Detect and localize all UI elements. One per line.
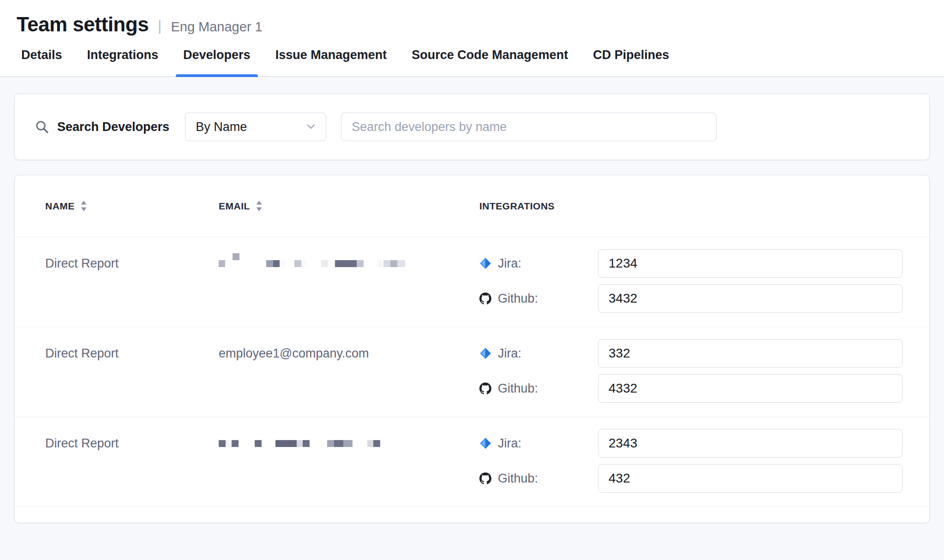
- redaction-block: [321, 260, 328, 267]
- redaction-block: [266, 260, 273, 267]
- table-row: Direct Report Jira:: [15, 237, 929, 327]
- github-id-input[interactable]: [598, 464, 902, 493]
- github-key: Github:: [479, 292, 598, 306]
- integrations-cell: Jira: Github:: [479, 249, 902, 313]
- table-row: Direct Report employee1@company.com Jira…: [15, 327, 929, 417]
- github-id-input[interactable]: [598, 374, 902, 403]
- jira-id-input[interactable]: [598, 429, 902, 458]
- redaction-block: [233, 253, 239, 260]
- github-key: Github:: [479, 381, 598, 396]
- jira-label: Jira:: [498, 256, 521, 271]
- redaction-block: [397, 260, 405, 267]
- jira-icon: [479, 257, 491, 269]
- jira-key: Jira:: [479, 346, 598, 361]
- redaction-block: [343, 440, 353, 447]
- tab-bar: Details Integrations Developers Issue Ma…: [0, 36, 944, 77]
- github-id-input[interactable]: [598, 284, 902, 313]
- redaction-block: [273, 260, 280, 267]
- integrations-cell: Jira: Github:: [479, 429, 902, 493]
- table-row: Direct Report Jira:: [15, 417, 929, 507]
- redaction-block: [335, 260, 357, 267]
- github-label: Github:: [498, 292, 538, 306]
- github-label: Github:: [498, 381, 538, 396]
- redaction-block: [327, 440, 334, 447]
- redaction-block: [255, 440, 262, 447]
- redaction-block: [219, 260, 225, 267]
- title-separator: |: [158, 17, 161, 34]
- redaction-block: [367, 440, 373, 447]
- jira-label: Jira:: [498, 436, 521, 451]
- jira-label: Jira:: [498, 346, 521, 361]
- redaction-block: [226, 440, 232, 447]
- jira-integration-line: Jira:: [479, 339, 902, 368]
- jira-id-input[interactable]: [598, 339, 902, 368]
- integrations-column-label: INTEGRATIONS: [479, 201, 555, 212]
- tab-details[interactable]: Details: [14, 36, 70, 76]
- github-key: Github:: [479, 471, 598, 486]
- column-header-integrations: INTEGRATIONS: [479, 201, 902, 212]
- jira-integration-line: Jira:: [479, 249, 902, 278]
- search-developers-label: Search Developers: [57, 120, 169, 134]
- sort-icon-name[interactable]: [80, 200, 87, 212]
- github-integration-line: Github:: [479, 374, 902, 403]
- redaction-block: [357, 260, 364, 267]
- redaction-block: [383, 260, 390, 267]
- github-label: Github:: [498, 471, 538, 486]
- github-icon: [479, 382, 491, 394]
- redaction-block: [297, 440, 303, 447]
- tab-cd-pipelines[interactable]: CD Pipelines: [586, 36, 676, 76]
- jira-icon: [479, 347, 491, 359]
- tab-issue-management[interactable]: Issue Management: [268, 36, 394, 76]
- redaction-block: [303, 440, 310, 447]
- search-filter-select[interactable]: By Name: [185, 113, 326, 141]
- page-title: Team settings: [17, 13, 149, 36]
- redaction-block: [373, 440, 380, 447]
- redaction-block: [232, 440, 239, 447]
- developer-email-redacted: [219, 249, 479, 271]
- github-integration-line: Github:: [479, 284, 902, 313]
- developer-name: Direct Report: [45, 249, 219, 313]
- github-icon: [479, 472, 491, 484]
- redaction-block: [294, 260, 301, 267]
- page-header: Team settings | Eng Manager 1: [0, 0, 944, 36]
- tab-integrations[interactable]: Integrations: [80, 36, 166, 76]
- integrations-cell: Jira: Github:: [479, 339, 902, 403]
- tab-developers[interactable]: Developers: [176, 36, 258, 76]
- chevron-down-icon: [306, 124, 316, 130]
- search-panel: Search Developers By Name: [14, 94, 930, 160]
- developers-table: NAME EMAIL INTEGRATIONS Direct Report: [14, 175, 930, 523]
- redaction-block: [377, 260, 382, 267]
- redaction-block: [301, 260, 307, 267]
- jira-key: Jira:: [479, 436, 598, 451]
- team-name: Eng Manager 1: [171, 19, 262, 35]
- jira-key: Jira:: [479, 256, 598, 271]
- developer-email-redacted: [219, 429, 479, 451]
- table-header-row: NAME EMAIL INTEGRATIONS: [15, 175, 929, 237]
- jira-id-input[interactable]: [598, 249, 902, 278]
- search-filter-value: By Name: [196, 120, 247, 134]
- redaction-block: [280, 260, 285, 267]
- developer-name: Direct Report: [45, 429, 219, 493]
- column-header-name: NAME: [45, 200, 219, 212]
- developer-email: employee1@company.com: [219, 339, 479, 403]
- main-content: Search Developers By Name NAME EMAIL: [0, 77, 944, 540]
- redaction-block: [334, 440, 343, 447]
- search-icon: [35, 120, 49, 134]
- redaction-block: [219, 440, 226, 447]
- redaction-block: [275, 440, 297, 447]
- redaction-block: [390, 260, 397, 267]
- developer-name: Direct Report: [45, 339, 219, 403]
- column-header-email: EMAIL: [219, 200, 479, 212]
- search-input[interactable]: [341, 113, 717, 141]
- jira-icon: [479, 437, 491, 449]
- name-column-label: NAME: [45, 201, 75, 212]
- github-icon: [479, 292, 491, 304]
- tab-source-code-management[interactable]: Source Code Management: [404, 36, 575, 76]
- jira-integration-line: Jira:: [479, 429, 902, 458]
- sort-icon-email[interactable]: [256, 200, 263, 212]
- github-integration-line: Github:: [479, 464, 902, 493]
- email-column-label: EMAIL: [219, 201, 250, 212]
